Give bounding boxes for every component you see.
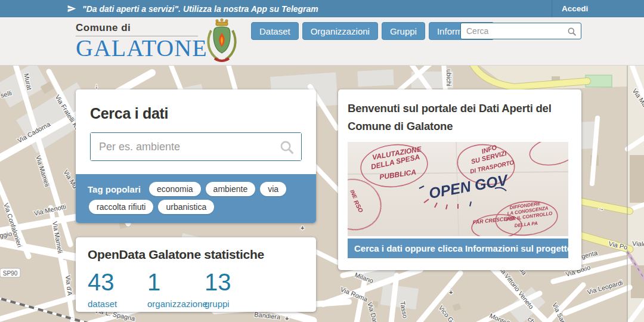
topbar: "Da dati aperti a servizi". Utilizza la … — [0, 0, 644, 17]
crest-ribbon — [215, 58, 229, 61]
welcome-card: Benvenuti sul portale dei Dati Aperti de… — [338, 89, 581, 270]
tag-economia[interactable]: economia — [149, 182, 201, 196]
stats-row: 43 dataset 1 organizzazione 13 gruppi — [88, 270, 304, 309]
paper-plane-icon — [67, 4, 77, 13]
popular-tags-label: Tag popolari — [88, 184, 141, 194]
tag-urbanistica[interactable]: urbanistica — [158, 200, 214, 214]
svg-text:+: + — [285, 315, 289, 322]
topbar-message: "Da dati aperti a servizi". Utilizza la … — [82, 4, 318, 14]
stat-datasets: 43 dataset — [88, 270, 147, 309]
galatone-coat-of-arms — [203, 18, 241, 64]
svg-text:Viale: Viale — [632, 240, 644, 247]
login-link[interactable]: Accedi — [562, 4, 588, 13]
crest-crown — [216, 18, 228, 26]
site-header: Comune di GALATONE Dataset Organizzazion… — [0, 17, 644, 66]
welcome-title: Benvenuti sul portale dei Dati Aperti de… — [348, 100, 569, 135]
header-search-box — [460, 23, 581, 39]
stats-card-title: OpenData Galatone statistiche — [88, 247, 304, 262]
stats-card: OpenData Galatone statistiche 43 dataset… — [76, 237, 316, 312]
dataset-search-input[interactable] — [91, 133, 301, 160]
main-nav: Dataset Organizzazioni Gruppi Informazio… — [251, 22, 494, 40]
nav-gruppi[interactable]: Gruppi — [382, 22, 425, 40]
brand-name: GALATONE — [76, 38, 208, 60]
topbar-account-area: Accedi — [552, 0, 644, 17]
stat-datasets-label[interactable]: dataset — [88, 299, 147, 309]
header-search-input[interactable] — [461, 23, 581, 39]
stat-groups-label[interactable]: gruppi — [205, 299, 231, 309]
search-card: Cerca i dati Tag popolari economia ambie… — [76, 89, 316, 223]
stat-groups-value: 13 — [205, 270, 231, 294]
svg-text:+: + — [301, 224, 304, 231]
stat-organizations-label[interactable]: organizzazione — [147, 299, 205, 309]
search-icon[interactable] — [567, 27, 577, 36]
svg-text:SP90: SP90 — [3, 270, 18, 277]
nav-organizzazioni[interactable]: Organizzazioni — [302, 22, 378, 40]
stat-organizations-value: 1 — [147, 270, 205, 294]
brand-pre-label: Comune di — [76, 22, 208, 34]
stat-datasets-value: 43 — [88, 270, 147, 294]
stat-organizations: 1 organizzazione — [147, 270, 205, 309]
svg-text:+: + — [449, 289, 453, 296]
popular-tags-strip: Tag popolari economia ambiente via racco… — [76, 174, 316, 223]
tag-ambiente[interactable]: ambiente — [206, 182, 256, 196]
nav-dataset[interactable]: Dataset — [251, 22, 299, 40]
welcome-photo: VALUTAZIONE DELLA SPESA PUBBLICA INFO SU… — [348, 142, 568, 258]
stat-groups: 13 gruppi — [205, 270, 231, 309]
svg-text:→: → — [597, 204, 605, 212]
dataset-search-box — [90, 132, 302, 161]
site-logo[interactable]: Comune di GALATONE — [76, 22, 208, 60]
search-icon[interactable] — [279, 140, 295, 155]
telegram-banner-link[interactable]: "Da dati aperti a servizi". Utilizza la … — [67, 0, 318, 17]
page: SP90 MuratselliVia Fratelli KeVia Cadorn… — [0, 0, 644, 322]
brainstorm-paper-photo: VALUTAZIONE DELLA SPESA PUBBLICA INFO SU… — [348, 142, 568, 236]
search-card-title: Cerca i dati — [90, 105, 302, 122]
map-route-badge: SP90 — [0, 268, 20, 277]
svg-text:ubichi: ubichi — [445, 69, 453, 86]
welcome-caption-link[interactable]: Cerca i dati oppure clicca Informazioni … — [348, 239, 568, 258]
tag-raccolta-rifiuti[interactable]: raccolta rifiuti — [89, 200, 153, 214]
tag-via[interactable]: via — [260, 182, 286, 196]
